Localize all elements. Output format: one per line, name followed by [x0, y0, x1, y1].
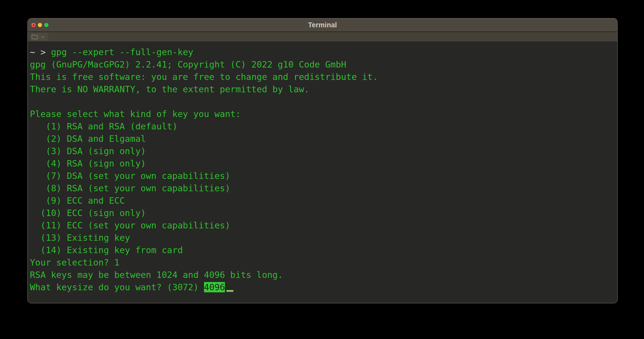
- tab-bar: ~: [28, 32, 617, 42]
- terminal-text-segment: (3) DSA (sign only): [30, 146, 146, 156]
- terminal-line: (9) ECC and ECC: [30, 194, 615, 207]
- terminal-text-segment: gpg --expert --full-gen-key: [51, 47, 193, 57]
- terminal-text-segment: What keysize do you want? (3072): [30, 282, 204, 292]
- window-controls: [31, 19, 48, 31]
- terminal-text-segment: (1) RSA and RSA (default): [30, 121, 177, 131]
- terminal-line: (8) RSA (set your own capabilities): [30, 182, 615, 194]
- terminal-text-segment: (14) Existing key from card: [30, 245, 183, 255]
- terminal-line: RSA keys may be between 1024 and 4096 bi…: [30, 269, 615, 281]
- window-title: Terminal: [28, 21, 617, 29]
- terminal-text-segment: (8) RSA (set your own capabilities): [30, 183, 230, 193]
- terminal-text-segment: Your selection? 1: [30, 257, 120, 268]
- terminal-line: (2) DSA and Elgamal: [30, 133, 615, 145]
- terminal-line: (7) DSA (set your own capabilities): [30, 170, 615, 182]
- terminal-line: ~ > gpg --expert --full-gen-key: [30, 46, 615, 58]
- tab-current-directory[interactable]: ~: [30, 33, 48, 41]
- terminal-line: Your selection? 1: [30, 256, 615, 269]
- terminal-text-segment: (2) DSA and Elgamal: [30, 134, 146, 144]
- terminal-line: (14) Existing key from card: [30, 244, 615, 256]
- terminal-line: (4) RSA (sign only): [30, 157, 615, 170]
- terminal-line: (3) DSA (sign only): [30, 145, 615, 157]
- minimize-button[interactable]: [38, 23, 42, 27]
- terminal-text-segment: Please select what kind of key you want:: [30, 109, 241, 119]
- terminal-text-segment: There is NO WARRANTY, to the extent perm…: [30, 84, 309, 94]
- terminal-text-segment: (4) RSA (sign only): [30, 158, 146, 169]
- terminal-text-segment: gpg (GnuPG/MacGPG2) 2.2.41; Copyright (C…: [30, 59, 346, 70]
- terminal-window: Terminal ~ ~ > gpg --expert --full-gen-k…: [27, 18, 618, 303]
- terminal-text-segment: (9) ECC and ECC: [30, 195, 125, 206]
- terminal-line: (11) ECC (set your own capabilities): [30, 219, 615, 231]
- folder-icon: [31, 34, 38, 40]
- terminal-text-segment: (10) ECC (sign only): [30, 208, 146, 218]
- terminal-line: This is free software: you are free to c…: [30, 71, 615, 83]
- terminal-text-segment: ~ >: [30, 47, 51, 57]
- terminal-cursor: [226, 290, 233, 292]
- terminal-line: (1) RSA and RSA (default): [30, 120, 615, 133]
- terminal-text-segment: (13) Existing key: [30, 233, 130, 243]
- terminal-line: What keysize do you want? (3072) 4096: [30, 281, 615, 293]
- terminal-line: gpg (GnuPG/MacGPG2) 2.2.41; Copyright (C…: [30, 58, 615, 71]
- terminal-text-segment: RSA keys may be between 1024 and 4096 bi…: [30, 270, 283, 280]
- tab-path-label: ~: [41, 34, 45, 40]
- terminal-text-segment: (11) ECC (set your own capabilities): [30, 220, 230, 230]
- terminal-line: There is NO WARRANTY, to the extent perm…: [30, 83, 615, 95]
- terminal-text-segment: This is free software: you are free to c…: [30, 72, 378, 82]
- zoom-button[interactable]: [44, 23, 48, 27]
- terminal-text-segment: 4096: [204, 282, 225, 292]
- terminal-line: (10) ECC (sign only): [30, 207, 615, 219]
- terminal-text-segment: (7) DSA (set your own capabilities): [30, 171, 230, 181]
- window-titlebar[interactable]: Terminal: [28, 19, 617, 32]
- terminal-output[interactable]: ~ > gpg --expert --full-gen-keygpg (GnuP…: [28, 42, 617, 303]
- close-button[interactable]: [31, 23, 36, 27]
- terminal-line: Please select what kind of key you want:: [30, 108, 615, 120]
- terminal-line: (13) Existing key: [30, 231, 615, 244]
- terminal-line: [30, 95, 615, 108]
